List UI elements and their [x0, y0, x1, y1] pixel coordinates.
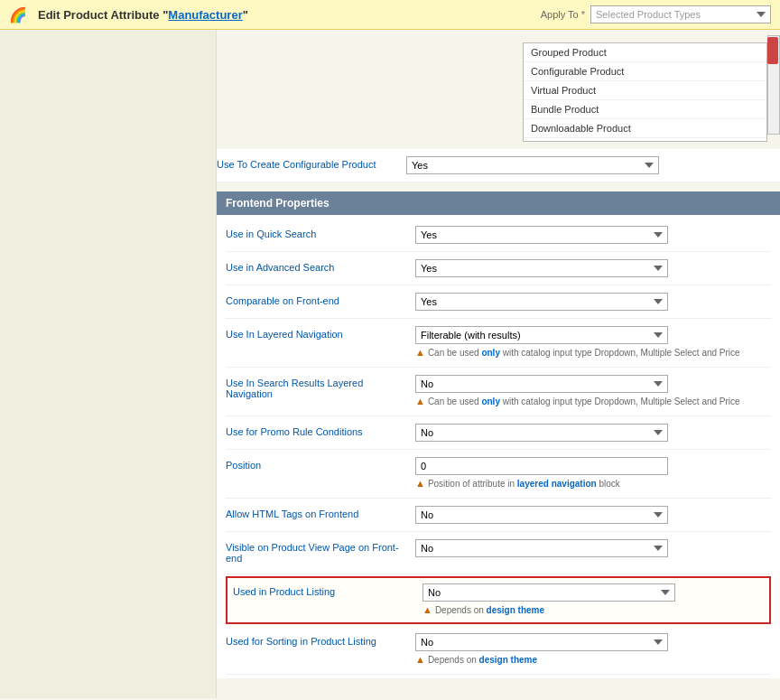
position-label: Position: [226, 455, 415, 475]
left-sidebar: [0, 30, 217, 698]
product-types-list[interactable]: Grouped Product Configurable Product Vir…: [523, 42, 767, 142]
advanced-search-select[interactable]: Yes: [415, 259, 668, 277]
search-results-layered-select[interactable]: No: [415, 375, 668, 393]
quick-search-label: Use in Quick Search: [226, 224, 415, 244]
configurable-product-row: Use To Create Configurable Product Yes: [217, 149, 780, 182]
product-types-container: Grouped Product Configurable Product Vir…: [523, 35, 780, 149]
product-listing-row: Used in Product Listing No ▲ Depends on …: [226, 576, 771, 624]
hint-content: Can be used only with catalog input type…: [428, 347, 740, 359]
sorting-hint: ▲ Depends on design theme: [415, 654, 771, 667]
hint-content-5: Depends on design theme: [428, 654, 537, 667]
warn-icon-2: ▲: [415, 396, 425, 406]
product-listing-value: No ▲ Depends on design theme: [422, 582, 764, 619]
quick-search-value: Yes: [415, 224, 771, 246]
attribute-name: Manufacturer: [168, 8, 242, 22]
html-tags-row: Allow HTML Tags on Frontend No: [226, 499, 771, 532]
configurable-label: Use To Create Configurable Product: [217, 154, 406, 174]
position-row: Position ▲ Position of attribute in laye…: [226, 450, 771, 499]
html-tags-label: Allow HTML Tags on Frontend: [226, 504, 415, 524]
list-item[interactable]: Bundle Product: [524, 100, 766, 119]
warn-icon: ▲: [415, 347, 425, 358]
advanced-search-value: Yes: [415, 257, 771, 279]
sorting-product-listing-select[interactable]: No: [415, 633, 668, 651]
search-results-layered-value: No ▲ Can be used only with catalog input…: [415, 373, 771, 410]
warn-icon-3: ▲: [415, 478, 425, 489]
quick-search-select[interactable]: Yes: [415, 226, 668, 244]
highlight-5: design theme: [479, 655, 537, 665]
hint-content-4: Depends on design theme: [435, 604, 544, 617]
comparable-value: Yes: [415, 291, 771, 313]
comparable-select[interactable]: Yes: [415, 293, 668, 311]
product-listing-hint: ▲ Depends on design theme: [422, 604, 764, 617]
warn-icon-4: ▲: [422, 604, 432, 615]
product-view-page-value: No: [415, 537, 771, 559]
sorting-product-listing-label: Used for Sorting in Product Listing: [226, 631, 415, 651]
frontend-properties-body: Use in Quick Search Yes Use in Advanced …: [217, 215, 780, 678]
list-item[interactable]: Grouped Product: [524, 43, 766, 62]
section-title: Frontend Properties: [226, 197, 330, 210]
layered-nav-value: Filterable (with results) ▲ Can be used …: [415, 324, 771, 361]
list-item[interactable]: Virtual Product: [524, 81, 766, 100]
promo-rule-value: No: [415, 422, 771, 443]
position-value: ▲ Position of attribute in layered navig…: [415, 455, 771, 492]
list-item[interactable]: Configurable Product: [524, 62, 766, 81]
rainbow-icon: 🌈: [9, 6, 27, 23]
comparable-row: Comparable on Front-end Yes: [226, 285, 771, 319]
product-types-dropdown[interactable]: Selected Product Types: [590, 5, 771, 23]
configurable-value-wrap: Yes: [406, 154, 780, 176]
layered-nav-hint: ▲ Can be used only with catalog input ty…: [415, 347, 771, 359]
product-listing-label: Used in Product Listing: [233, 582, 422, 602]
promo-rule-label: Use for Promo Rule Conditions: [226, 422, 415, 442]
position-hint: ▲ Position of attribute in layered navig…: [415, 478, 771, 490]
frontend-properties-header: Frontend Properties: [217, 191, 780, 215]
highlight-4: design theme: [487, 605, 544, 615]
scrollbar[interactable]: [767, 35, 780, 135]
promo-rule-select[interactable]: No: [415, 424, 668, 442]
product-view-page-select[interactable]: No: [415, 539, 668, 557]
product-view-page-label: Visible on Product View Page on Front-en…: [226, 537, 415, 568]
highlight-3: layered navigation: [517, 479, 597, 489]
search-results-layered-hint: ▲ Can be used only with catalog input ty…: [415, 396, 771, 408]
advanced-search-row: Use in Advanced Search Yes: [226, 252, 771, 285]
search-results-layered-row: Use In Search Results Layered Navigation…: [226, 368, 771, 416]
top-bar: 🌈 Edit Product Attribute "Manufacturer" …: [0, 0, 780, 30]
configurable-select[interactable]: Yes: [406, 156, 659, 174]
content-wrap: Grouped Product Configurable Product Vir…: [0, 30, 780, 698]
html-tags-select[interactable]: No: [415, 506, 668, 524]
html-tags-value: No: [415, 504, 771, 526]
layered-nav-label: Use In Layered Navigation: [226, 324, 415, 344]
hint-content-2: Can be used only with catalog input type…: [428, 396, 740, 408]
product-types-area: Grouped Product Configurable Product Vir…: [217, 30, 780, 149]
highlight-2: only: [481, 397, 500, 406]
position-input[interactable]: [415, 457, 668, 475]
promo-rule-row: Use for Promo Rule Conditions No: [226, 416, 771, 450]
apply-to-label: Apply To *: [541, 9, 585, 20]
product-listing-select[interactable]: No: [422, 583, 675, 602]
top-bar-right: Apply To * Selected Product Types: [541, 5, 771, 23]
page-title: Edit Product Attribute "Manufacturer": [38, 8, 248, 22]
comparable-label: Comparable on Front-end: [226, 291, 415, 311]
layered-nav-select[interactable]: Filterable (with results): [415, 326, 668, 344]
search-results-layered-label: Use In Search Results Layered Navigation: [226, 373, 415, 404]
highlight: only: [481, 348, 500, 358]
quick-search-row: Use in Quick Search Yes: [226, 219, 771, 252]
hint-content-3: Position of attribute in layered navigat…: [428, 478, 620, 490]
list-item[interactable]: Downloadable Product: [524, 119, 766, 138]
sorting-product-listing-value: No ▲ Depends on design theme: [415, 631, 771, 668]
sorting-product-listing-row: Used for Sorting in Product Listing No ▲…: [226, 626, 771, 675]
scrollbar-thumb: [767, 37, 778, 64]
layered-nav-row: Use In Layered Navigation Filterable (wi…: [226, 319, 771, 368]
main-content: Grouped Product Configurable Product Vir…: [217, 30, 780, 698]
product-view-page-row: Visible on Product View Page on Front-en…: [226, 532, 771, 574]
warn-icon-5: ▲: [415, 654, 425, 665]
advanced-search-label: Use in Advanced Search: [226, 257, 415, 277]
